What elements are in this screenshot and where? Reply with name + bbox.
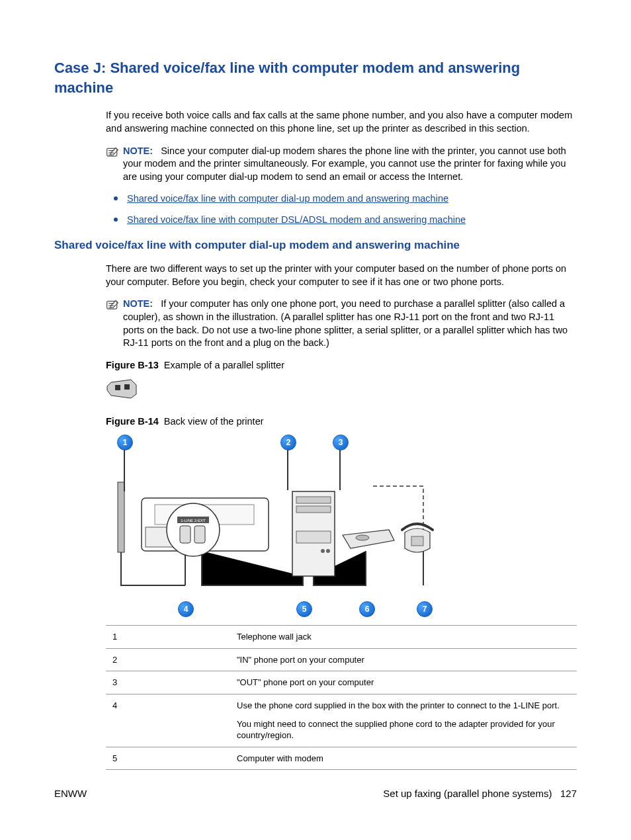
svg-point-17 bbox=[326, 549, 330, 553]
page-number: 127 bbox=[560, 788, 577, 799]
note-block-1: NOTE: Since your computer dial-up modem … bbox=[106, 145, 577, 184]
paragraph-2: There are two different ways to set up t… bbox=[106, 263, 577, 288]
legend-desc: "OUT" phone port on your computer bbox=[230, 671, 577, 694]
splitter-illustration bbox=[106, 376, 577, 403]
svg-rect-13 bbox=[296, 497, 331, 503]
svg-point-16 bbox=[321, 549, 325, 553]
note-label: NOTE: bbox=[123, 298, 153, 309]
svg-rect-4 bbox=[118, 482, 124, 552]
legend-num: 4 bbox=[106, 694, 230, 747]
figure-b14-label: Figure B-14 Back view of the printer bbox=[106, 415, 577, 429]
link-list: Shared voice/fax line with computer dial… bbox=[106, 192, 577, 226]
link-dialup[interactable]: Shared voice/fax line with computer dial… bbox=[127, 193, 448, 204]
legend-desc: Telephone wall jack bbox=[230, 626, 577, 649]
figure-number: Figure B-13 bbox=[106, 360, 159, 370]
svg-rect-2 bbox=[115, 385, 120, 390]
legend-num: 2 bbox=[106, 648, 230, 671]
figure-number: Figure B-14 bbox=[106, 416, 159, 427]
document-page: Case J: Shared voice/fax line with compu… bbox=[0, 0, 631, 840]
svg-rect-3 bbox=[124, 384, 130, 390]
figure-caption: Back view of the printer bbox=[164, 416, 264, 427]
legend-desc: Use the phone cord supplied in the box w… bbox=[230, 694, 577, 747]
note-body: Since your computer dial-up modem shares… bbox=[123, 146, 566, 182]
note-label: NOTE: bbox=[123, 146, 153, 156]
legend-num: 1 bbox=[106, 626, 230, 649]
footer-right: Set up faxing (parallel phone systems) 1… bbox=[383, 787, 577, 800]
svg-rect-10 bbox=[180, 526, 190, 543]
figure-caption: Example of a parallel splitter bbox=[164, 360, 284, 370]
table-row: 2 "IN" phone port on your computer bbox=[106, 648, 577, 671]
note-text-2: NOTE: If your computer has only one phon… bbox=[123, 298, 577, 349]
port-label: 1-LINE 2-EXT bbox=[181, 519, 206, 523]
note-body: If your computer has only one phone port… bbox=[123, 298, 568, 348]
note-icon bbox=[106, 146, 120, 184]
printer-back-diagram: 1-LINE 2-EXT 1 2 3 4 5 6 7 bbox=[106, 432, 450, 618]
svg-rect-14 bbox=[296, 506, 331, 513]
page-footer: ENWW Set up faxing (parallel phone syste… bbox=[54, 787, 577, 800]
intro-block: If you receive both voice calls and fax … bbox=[106, 109, 577, 135]
page-heading: Case J: Shared voice/fax line with compu… bbox=[54, 58, 577, 97]
footer-left: ENWW bbox=[54, 787, 87, 800]
note-block-2: NOTE: If your computer has only one phon… bbox=[106, 298, 577, 349]
legend-desc: Computer with modem bbox=[230, 747, 577, 770]
legend-num: 3 bbox=[106, 671, 230, 694]
figure-b13-label: Figure B-13 Example of a parallel splitt… bbox=[106, 359, 577, 372]
table-row: 5 Computer with modem bbox=[106, 747, 577, 770]
intro-paragraph: If you receive both voice calls and fax … bbox=[106, 109, 577, 135]
note-icon bbox=[106, 299, 120, 349]
para2-block: There are two different ways to set up t… bbox=[106, 263, 577, 288]
link-item: Shared voice/fax line with computer DSL/… bbox=[106, 214, 577, 227]
link-item: Shared voice/fax line with computer dial… bbox=[106, 192, 577, 206]
svg-rect-11 bbox=[194, 526, 205, 543]
svg-point-18 bbox=[356, 535, 369, 540]
legend-desc: "IN" phone port on your computer bbox=[230, 648, 577, 671]
note-text-1: NOTE: Since your computer dial-up modem … bbox=[123, 145, 577, 184]
table-row: 1 Telephone wall jack bbox=[106, 626, 577, 649]
svg-point-8 bbox=[167, 503, 220, 556]
link-dsl[interactable]: Shared voice/fax line with computer DSL/… bbox=[127, 214, 466, 225]
svg-rect-19 bbox=[411, 536, 423, 546]
table-row: 4 Use the phone cord supplied in the box… bbox=[106, 694, 577, 747]
sub-heading: Shared voice/fax line with computer dial… bbox=[54, 238, 577, 253]
callout-legend-table: 1 Telephone wall jack 2 "IN" phone port … bbox=[106, 625, 577, 770]
svg-rect-15 bbox=[296, 531, 331, 543]
legend-num: 5 bbox=[106, 747, 230, 770]
table-row: 3 "OUT" phone port on your computer bbox=[106, 671, 577, 694]
